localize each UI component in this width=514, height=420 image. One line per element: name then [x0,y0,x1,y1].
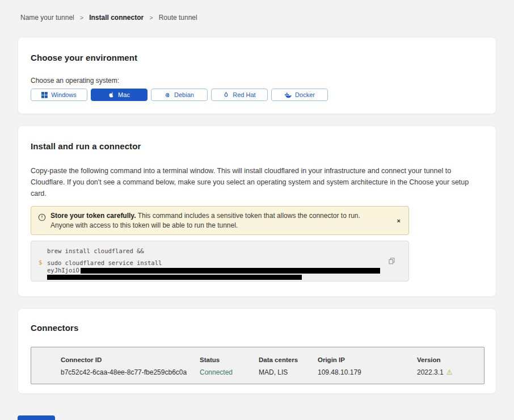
os-button-docker[interactable]: Docker [271,89,328,101]
origin-ip-value: 109.48.10.179 [318,368,417,376]
tunnel-setup-page: Name your tunnel > Install connector > R… [0,0,514,420]
breadcrumb-step-name-your-tunnel[interactable]: Name your tunnel [20,14,74,22]
os-button-group: Windows Mac Debian [31,89,483,101]
breadcrumb-separator: > [149,14,153,21]
install-card-title: Install and run a connector [31,141,483,152]
docker-logo-icon [284,92,292,98]
os-button-debian[interactable]: Debian [151,89,208,101]
alert-circle-icon [38,213,46,224]
connectors-card-title: Connectors [31,322,483,333]
token-warning-text: Store your token carefully. This command… [50,211,384,230]
environment-card-title: Choose your environment [31,52,483,63]
os-button-label: Debian [174,91,194,98]
os-button-windows[interactable]: Windows [31,89,87,101]
os-button-mac[interactable]: Mac [91,89,148,101]
connectors-card: Connectors Connector ID Status Data cent… [18,308,496,394]
version-value: 2022.3.1 ⚠ [417,368,484,376]
next-button[interactable]: Next [18,415,55,420]
breadcrumb-step-install-connector[interactable]: Install connector [89,14,144,22]
install-instructions: Copy-paste the following command into a … [31,165,483,199]
data-centers-value: MAD, LIS [259,368,318,376]
debian-logo-icon [165,92,171,98]
connector-id-value: b7c52c42-6caa-48ee-8c77-fbe259cb6c0a [61,368,200,376]
os-button-label: Docker [295,91,315,98]
copy-icon[interactable] [387,257,396,267]
column-header-version: Version [417,356,484,363]
column-header-origin-ip: Origin IP [318,356,417,363]
token-line: eyJhIjoiO [47,267,408,274]
redhat-logo-icon [223,91,229,98]
token-prefix: eyJhIjoiO [47,267,79,274]
redacted-token-bar [47,275,302,280]
version-number: 2022.3.1 [417,368,444,376]
os-select-label: Choose an operating system: [31,77,483,85]
breadcrumb-step-route-tunnel[interactable]: Route tunnel [159,14,197,22]
command-line-1: brew install cloudflared && [47,247,408,255]
command-line-2: sudo cloudflared service install [47,259,408,267]
os-button-redhat[interactable]: Red Hat [211,89,268,101]
status-badge: Connected [200,368,259,376]
os-button-label: Mac [118,91,130,98]
apple-logo-icon [108,91,115,99]
token-warning-banner: Store your token carefully. This command… [31,206,409,235]
install-connector-card: Install and run a connector Copy-paste t… [18,125,496,297]
breadcrumb: Name your tunnel > Install connector > R… [0,0,514,22]
breadcrumb-separator: > [80,14,83,21]
table-row: b7c52c42-6caa-48ee-8c77-fbe259cb6c0a Con… [61,368,484,376]
connectors-table: Connector ID Status Data centers Origin … [31,347,484,384]
redacted-token-bar [81,268,380,274]
os-button-label: Windows [51,91,77,98]
choose-environment-card: Choose your environment Choose an operat… [18,37,496,114]
column-header-data-centers: Data centers [259,356,318,363]
column-header-status: Status [200,356,259,363]
column-header-connector-id: Connector ID [61,356,200,363]
close-icon[interactable]: × [395,216,403,225]
connectors-table-header: Connector ID Status Data centers Origin … [61,356,484,363]
install-command-code-block[interactable]: $ brew install cloudflared && sudo cloud… [31,241,409,282]
os-button-label: Red Hat [233,91,255,98]
shell-prompt: $ [39,259,42,266]
warning-triangle-icon: ⚠ [446,369,453,376]
token-warning-title: Store your token carefully. [50,212,136,220]
windows-logo-icon [41,92,48,98]
